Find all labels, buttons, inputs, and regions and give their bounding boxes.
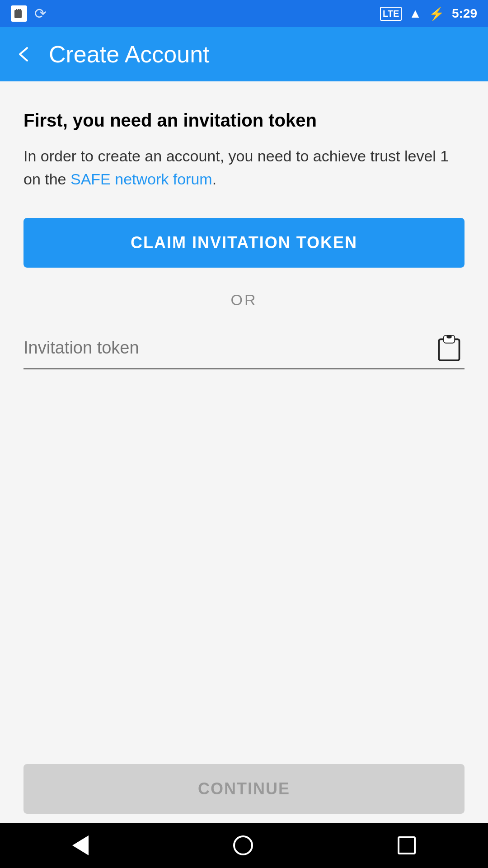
nav-home-button[interactable] xyxy=(233,835,253,855)
nav-bar xyxy=(0,823,488,868)
clipboard-paste-button[interactable] xyxy=(434,332,465,363)
safe-network-link[interactable]: SAFE network forum xyxy=(70,170,212,188)
nav-back-button[interactable] xyxy=(72,835,89,855)
svg-rect-7 xyxy=(446,335,451,339)
or-divider: OR xyxy=(23,291,465,309)
claim-invitation-button[interactable]: CLAIM INVITATION TOKEN xyxy=(23,218,465,268)
description-text-part2: . xyxy=(212,170,216,188)
nav-recents-button[interactable] xyxy=(398,836,416,854)
status-bar: ⟳ LTE ▲ ⚡ 5:29 xyxy=(0,0,488,27)
battery-icon: ⚡ xyxy=(429,6,445,21)
svg-rect-2 xyxy=(18,9,19,12)
invitation-description: In order to create an account, you need … xyxy=(23,145,465,191)
status-bar-left: ⟳ xyxy=(11,5,47,22)
app-bar: Create Account xyxy=(0,27,488,81)
svg-rect-3 xyxy=(19,9,21,12)
invitation-token-input[interactable] xyxy=(23,338,434,358)
main-content: First, you need an invitation token In o… xyxy=(0,81,488,823)
continue-button[interactable]: CONTINUE xyxy=(23,764,465,814)
status-bar-right: LTE ▲ ⚡ 5:29 xyxy=(380,6,477,21)
continue-section: CONTINUE xyxy=(23,764,465,814)
lte-badge: LTE xyxy=(380,7,402,21)
token-input-row xyxy=(23,332,465,369)
sync-icon: ⟳ xyxy=(34,5,47,22)
time-display: 5:29 xyxy=(452,6,477,21)
invitation-title: First, you need an invitation token xyxy=(23,108,465,132)
svg-rect-1 xyxy=(16,9,17,12)
signal-icon: ▲ xyxy=(409,6,422,21)
sd-card-icon xyxy=(11,5,27,22)
page-title: Create Account xyxy=(49,41,210,68)
back-button[interactable] xyxy=(14,44,34,64)
